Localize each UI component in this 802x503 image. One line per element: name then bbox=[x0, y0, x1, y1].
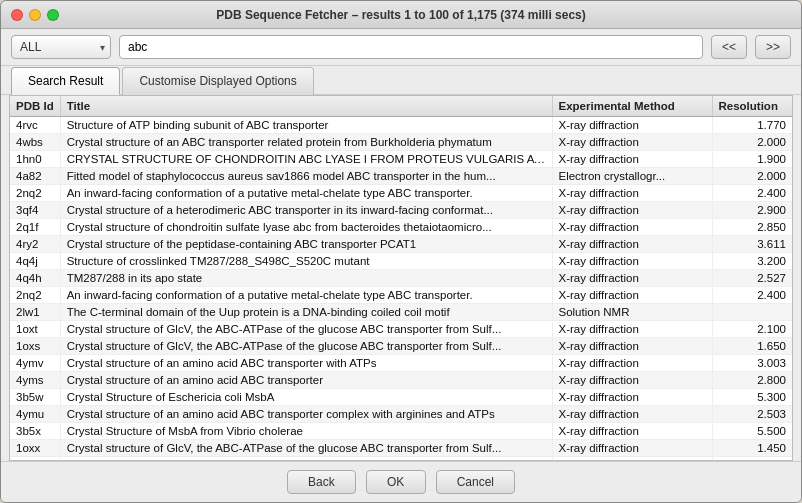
cell-title: Crystal Structure of Eschericia coli Msb… bbox=[60, 389, 552, 406]
table-body: 4rvc Structure of ATP binding subunit of… bbox=[10, 117, 792, 462]
col-header-title: Title bbox=[60, 96, 552, 117]
col-header-resolution: Resolution bbox=[712, 96, 792, 117]
cell-resolution: 2.000 bbox=[712, 134, 792, 151]
cell-method: X-ray diffraction bbox=[552, 338, 712, 355]
table-row[interactable]: 4q4j Structure of crosslinked TM287/288_… bbox=[10, 253, 792, 270]
table-row[interactable]: 3b5x Crystal Structure of MsbA from Vibr… bbox=[10, 423, 792, 440]
table-row[interactable]: 3qf4 Crystal structure of a heterodimeri… bbox=[10, 202, 792, 219]
cell-resolution: 5.300 bbox=[712, 389, 792, 406]
table-row[interactable]: 4q4h TM287/288 in its apo state X-ray di… bbox=[10, 270, 792, 287]
cell-pdbid: 2lw1 bbox=[10, 304, 60, 321]
cell-pdbid: 4a82 bbox=[10, 168, 60, 185]
back-button[interactable]: Back bbox=[287, 470, 356, 494]
cancel-button[interactable]: Cancel bbox=[436, 470, 515, 494]
cell-pdbid: 1oxx bbox=[10, 440, 60, 457]
cell-title: The C-terminal domain of the Uup protein… bbox=[60, 304, 552, 321]
cell-resolution: 2.400 bbox=[712, 185, 792, 202]
cell-resolution bbox=[712, 304, 792, 321]
table-row[interactable]: 4rvc Structure of ATP binding subunit of… bbox=[10, 117, 792, 134]
cell-title: Crystal structure of an amino acid ABC t… bbox=[60, 372, 552, 389]
table-row[interactable]: 4a82 Fitted model of staphylococcus aure… bbox=[10, 168, 792, 185]
main-window: PDB Sequence Fetcher – results 1 to 100 … bbox=[0, 0, 802, 503]
cell-method: X-ray diffraction bbox=[552, 219, 712, 236]
cell-method: X-ray diffraction bbox=[552, 270, 712, 287]
window-title: PDB Sequence Fetcher – results 1 to 100 … bbox=[216, 8, 586, 22]
table-row[interactable]: 3b5w Crystal Structure of Eschericia col… bbox=[10, 389, 792, 406]
cell-method: Solution NMR bbox=[552, 304, 712, 321]
cell-method: X-ray diffraction bbox=[552, 185, 712, 202]
table-row[interactable]: 4yms Crystal structure of an amino acid … bbox=[10, 372, 792, 389]
cell-pdbid: 4wbs bbox=[10, 134, 60, 151]
cell-method: X-ray diffraction bbox=[552, 202, 712, 219]
cell-method: X-ray diffraction bbox=[552, 372, 712, 389]
cell-method: X-ray diffraction bbox=[552, 355, 712, 372]
table-row[interactable]: 1oxt Crystal structure of GlcV, the ABC-… bbox=[10, 321, 792, 338]
cell-title: Fitted model of staphylococcus aureus sa… bbox=[60, 168, 552, 185]
tab-search-result[interactable]: Search Result bbox=[11, 67, 120, 95]
cell-method: X-ray diffraction bbox=[552, 253, 712, 270]
cell-pdbid: 2q1f bbox=[10, 219, 60, 236]
cell-pdbid: 4yms bbox=[10, 372, 60, 389]
cell-resolution: 2.527 bbox=[712, 270, 792, 287]
cell-method: X-ray diffraction bbox=[552, 134, 712, 151]
tab-customise[interactable]: Customise Displayed Options bbox=[122, 67, 313, 95]
cell-title: Crystal structure of the peptidase-conta… bbox=[60, 236, 552, 253]
cell-title: Crystal structure of an ABC transporter … bbox=[60, 134, 552, 151]
toolbar: ALL << >> bbox=[1, 29, 801, 66]
cell-resolution: 3.200 bbox=[712, 253, 792, 270]
search-input[interactable] bbox=[119, 35, 703, 59]
cell-title: An inward-facing conformation of a putat… bbox=[60, 185, 552, 202]
col-header-pdbid: PDB Id bbox=[10, 96, 60, 117]
cell-pdbid: 3b5x bbox=[10, 423, 60, 440]
cell-method: Electron crystallogr... bbox=[552, 168, 712, 185]
table-row[interactable]: 2nq2 An inward-facing conformation of a … bbox=[10, 185, 792, 202]
cell-method: X-ray diffraction bbox=[552, 151, 712, 168]
cell-pdbid: 4rvc bbox=[10, 117, 60, 134]
cell-resolution: 2.900 bbox=[712, 202, 792, 219]
cell-title: An inward-facing conformation of a putat… bbox=[60, 287, 552, 304]
filter-dropdown-wrap: ALL bbox=[11, 35, 111, 59]
next-button[interactable]: >> bbox=[755, 35, 791, 59]
table-row[interactable]: 4ry2 Crystal structure of the peptidase-… bbox=[10, 236, 792, 253]
cell-method: X-ray diffraction bbox=[552, 440, 712, 457]
cell-pdbid: 4q4h bbox=[10, 270, 60, 287]
ok-button[interactable]: OK bbox=[366, 470, 426, 494]
prev-button[interactable]: << bbox=[711, 35, 747, 59]
table-row[interactable]: 4ymv Crystal structure of an amino acid … bbox=[10, 355, 792, 372]
table-row[interactable]: 4wbs Crystal structure of an ABC transpo… bbox=[10, 134, 792, 151]
cell-method: X-ray diffraction bbox=[552, 423, 712, 440]
cell-title: Crystal structure of GlcV, the ABC-ATPas… bbox=[60, 338, 552, 355]
table-header-row: PDB Id Title Experimental Method Resolut… bbox=[10, 96, 792, 117]
cell-resolution: 5.500 bbox=[712, 423, 792, 440]
cell-pdbid: 1oxs bbox=[10, 338, 60, 355]
table-row[interactable]: 4ymu Crystal structure of an amino acid … bbox=[10, 406, 792, 423]
filter-dropdown[interactable]: ALL bbox=[11, 35, 111, 59]
cell-title: Crystal structure of chondroitin sulfate… bbox=[60, 219, 552, 236]
tabs-bar: Search Result Customise Displayed Option… bbox=[1, 66, 801, 95]
cell-resolution: 2.503 bbox=[712, 406, 792, 423]
table-row[interactable]: 2lw1 The C-terminal domain of the Uup pr… bbox=[10, 304, 792, 321]
title-bar: PDB Sequence Fetcher – results 1 to 100 … bbox=[1, 1, 801, 29]
cell-resolution: 2.850 bbox=[712, 219, 792, 236]
cell-method: X-ray diffraction bbox=[552, 389, 712, 406]
cell-title: Crystal structure of GlcV, the ABC-ATPas… bbox=[60, 440, 552, 457]
table-row[interactable]: 1oxx Crystal structure of GlcV, the ABC-… bbox=[10, 440, 792, 457]
cell-pdbid: 4ry2 bbox=[10, 236, 60, 253]
results-table-container[interactable]: PDB Id Title Experimental Method Resolut… bbox=[9, 95, 793, 461]
close-button[interactable] bbox=[11, 9, 23, 21]
cell-title: Structure of crosslinked TM287/288_S498C… bbox=[60, 253, 552, 270]
table-row[interactable]: 2q1f Crystal structure of chondroitin su… bbox=[10, 219, 792, 236]
table-row[interactable]: 1oxs Crystal structure of GlcV, the ABC-… bbox=[10, 338, 792, 355]
cell-pdbid: 2nq2 bbox=[10, 185, 60, 202]
cell-resolution: 1.450 bbox=[712, 440, 792, 457]
maximize-button[interactable] bbox=[47, 9, 59, 21]
cell-method: X-ray diffraction bbox=[552, 117, 712, 134]
table-row[interactable]: 2nq2 An inward-facing conformation of a … bbox=[10, 287, 792, 304]
table-row[interactable]: 1hn0 CRYSTAL STRUCTURE OF CHONDROITIN AB… bbox=[10, 151, 792, 168]
col-header-method: Experimental Method bbox=[552, 96, 712, 117]
cell-pdbid: 2nq2 bbox=[10, 287, 60, 304]
minimize-button[interactable] bbox=[29, 9, 41, 21]
cell-title: Crystal structure of a heterodimeric ABC… bbox=[60, 202, 552, 219]
cell-resolution: 2.800 bbox=[712, 372, 792, 389]
cell-method: X-ray diffraction bbox=[552, 236, 712, 253]
